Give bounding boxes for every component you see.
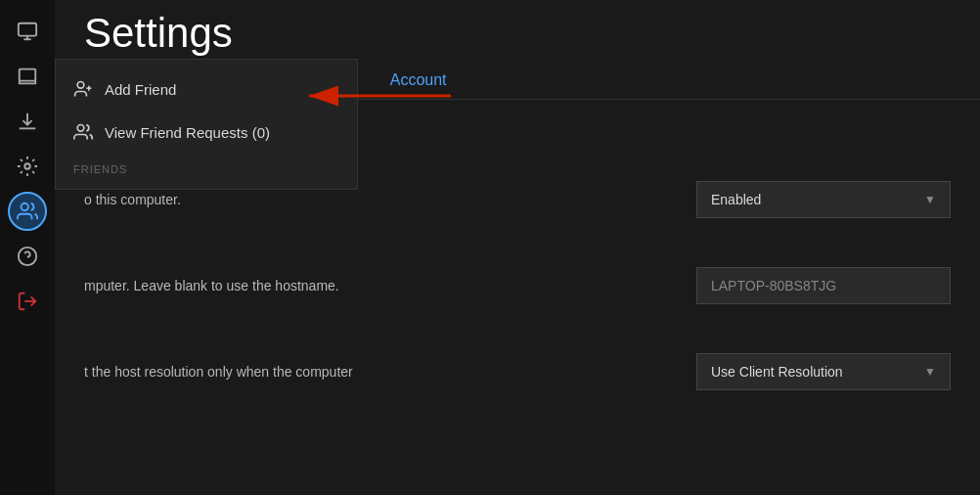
view-requests-label: View Friend Requests (0) (105, 124, 270, 141)
sidebar-icon-monitor[interactable] (8, 12, 47, 51)
setting-control-0: Enabled ▼ (696, 181, 951, 218)
sidebar-icon-logout[interactable] (8, 282, 47, 321)
sidebar-icon-desktop[interactable] (8, 57, 47, 96)
resolution-dropdown[interactable]: Use Client Resolution ▼ (696, 353, 951, 390)
sidebar (0, 0, 55, 495)
sidebar-icon-settings[interactable] (8, 147, 47, 186)
add-friend-label: Add Friend (105, 81, 176, 98)
dropdown-arrow-2: ▼ (924, 365, 936, 379)
flyout-view-requests[interactable]: View Friend Requests (0) (56, 111, 357, 154)
friends-section-label: FRIENDS (73, 158, 339, 177)
setting-control-1 (696, 267, 951, 304)
setting-label-1: mputer. Leave blank to use the hostname. (84, 278, 696, 293)
enabled-dropdown[interactable]: Enabled ▼ (696, 181, 951, 218)
svg-point-6 (22, 203, 28, 210)
page-title: Settings (55, 0, 980, 62)
setting-row-2: t the host resolution only when the comp… (84, 353, 951, 390)
sidebar-icon-friends[interactable] (8, 192, 47, 231)
enabled-dropdown-value: Enabled (711, 192, 761, 207)
sidebar-icon-help[interactable] (8, 237, 47, 276)
setting-control-2: Use Client Resolution ▼ (696, 353, 951, 390)
resolution-dropdown-value: Use Client Resolution (711, 364, 843, 380)
setting-row-1: mputer. Leave blank to use the hostname. (84, 267, 951, 304)
svg-rect-0 (19, 23, 36, 36)
svg-point-10 (77, 82, 84, 89)
svg-point-5 (24, 163, 30, 169)
setting-label-0: o this computer. (84, 192, 696, 207)
add-friend-icon (73, 79, 93, 99)
svg-point-13 (77, 125, 84, 132)
setting-label-2: t the host resolution only when the comp… (84, 364, 696, 380)
view-requests-icon (73, 122, 93, 142)
svg-rect-3 (20, 69, 36, 81)
sidebar-icon-download[interactable] (8, 102, 47, 141)
main-content: Settings Network Hotkeys Gamepad Account… (55, 0, 980, 495)
tab-account[interactable]: Account (373, 62, 465, 99)
dropdown-arrow-0: ▼ (924, 193, 936, 206)
flyout-menu: Add Friend View Friend Requests (0) FRIE… (55, 59, 358, 190)
flyout-add-friend[interactable]: Add Friend (56, 68, 357, 111)
hostname-input[interactable] (696, 267, 951, 304)
